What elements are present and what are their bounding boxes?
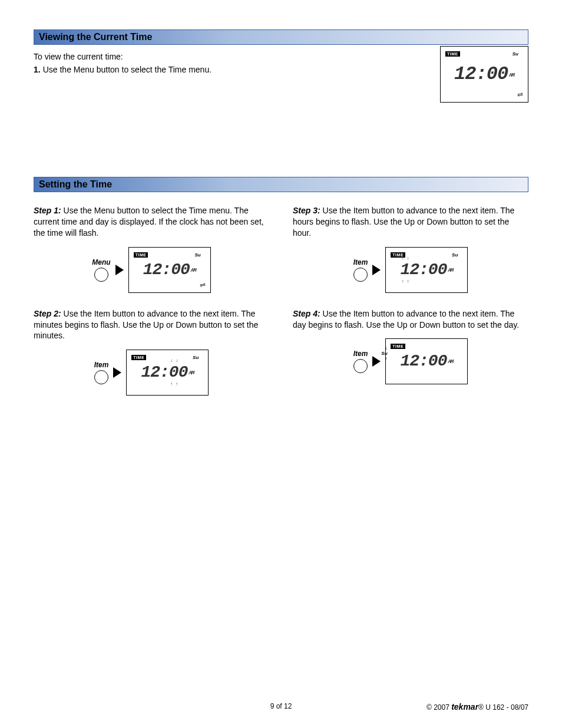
time-badge: TIME [134,252,148,258]
lcd-day: Su [513,51,518,57]
lcd-display: TIME Su 12:00AM ⇌ [128,247,211,293]
lcd-digits: 12:00AM [386,261,467,279]
lcd-day: Su [194,252,200,258]
time-badge: TIME [131,355,146,360]
lcd-display: TIME Su 12:00AM [126,350,209,396]
lcd-display: TIME Su 12:00AM [385,338,468,384]
copyright: © 2007 tekmar® U 162 - 08/07 [427,702,528,711]
arrow-icon [113,367,121,378]
figure-step-3: Item TIME Su 12:00AM [293,247,528,293]
lcd-digits: 12:00AM [386,352,467,370]
lcd-digits: 12:00AM [127,363,208,381]
page-footer: 9 of 12 © 2007 tekmar® U 162 - 08/07 [34,702,528,710]
figure-step-4: Item TIME Su 12:00AM [293,338,528,384]
minutes-flash: 00 [169,363,188,381]
item-number: 1. [34,65,41,74]
arrow-icon [372,356,381,367]
item-button-icon [94,370,108,384]
figure-step-2: Item TIME Su 12:00AM [34,350,269,396]
lcd-digits: 12:00AM [129,261,210,279]
item-button-label: Item [94,361,109,369]
lcd-arrow-icon: ⇌ [200,281,206,289]
item-text: Use the Menu button to select the Time m… [43,65,211,74]
figure-step-1: Menu TIME Su 12:00AM ⇌ [34,247,269,293]
lcd-digits: 12:00AM [441,63,528,85]
section-heading-viewing: Viewing the Current Time [34,29,528,45]
menu-button-icon [94,268,108,282]
arrow-icon [115,265,124,275]
lcd-day: Su [193,355,199,360]
item-button-icon [353,268,368,282]
lcd-display: TIME Su 12:00AM [385,247,468,293]
time-badge: TIME [445,51,460,57]
hours-flash: 12 [400,261,419,279]
lcd-day: Su [452,252,458,258]
step-4: Step 4: Use the Item button to advance t… [293,308,528,331]
step-3: Step 3: Use the Item button to advance t… [293,205,528,239]
menu-button-label: Menu [92,258,110,266]
time-badge: TIME [391,344,405,349]
brand-logo: tekmar [451,702,478,711]
lcd-arrow-icon: ⇌ [517,90,523,98]
item-button-label: Item [353,258,368,266]
item-button-label: Item [353,350,368,358]
step-1: Step 1: Use the Menu button to select th… [34,205,269,239]
lcd-display: TIME Su 12:00AM ⇌ [440,46,528,103]
section-heading-setting: Setting the Time [34,177,528,192]
arrow-icon [372,265,381,275]
item-button-icon [353,359,368,373]
step-2: Step 2: Use the Item button to advance t… [34,308,269,342]
